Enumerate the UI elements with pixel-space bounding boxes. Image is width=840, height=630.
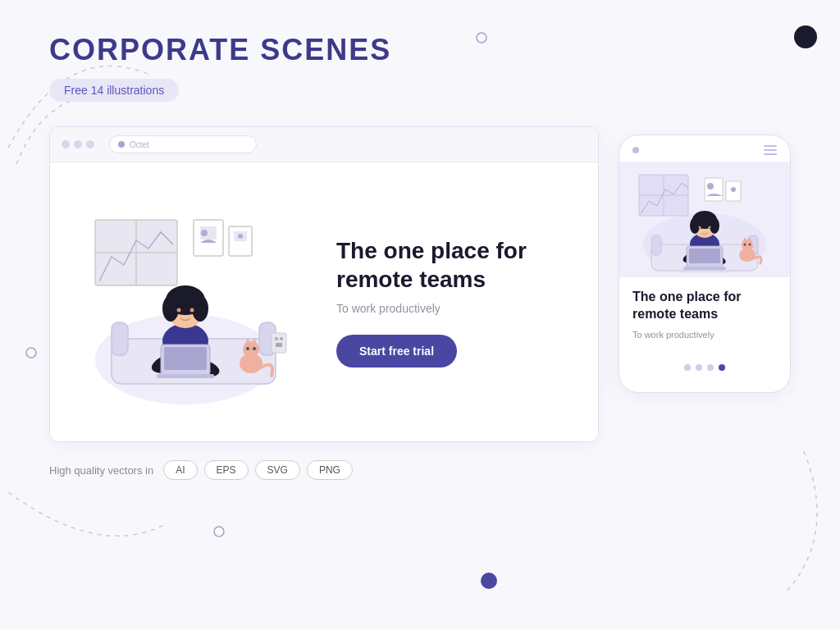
svg-rect-16	[112, 322, 128, 355]
svg-rect-44	[705, 178, 723, 201]
menu-line-3	[764, 153, 777, 155]
svg-point-54	[690, 217, 700, 234]
svg-rect-29	[157, 374, 214, 378]
svg-point-57	[709, 226, 711, 229]
page-title: CORPORATE SCENES	[49, 33, 791, 67]
svg-point-38	[280, 337, 283, 340]
svg-point-37	[275, 337, 278, 340]
svg-point-45	[707, 183, 714, 189]
browser-url-bar: Octet	[109, 135, 257, 153]
svg-rect-39	[276, 343, 282, 347]
mobile-dot-3[interactable]	[707, 364, 714, 371]
svg-point-22	[192, 295, 208, 322]
cta-button[interactable]: Start free trial	[336, 335, 457, 368]
format-eps: EPS	[204, 460, 249, 480]
svg-point-35	[253, 347, 256, 350]
desktop-tagline: The one place forremote teams	[336, 236, 573, 294]
svg-point-3	[481, 573, 497, 589]
menu-line-2	[764, 149, 777, 151]
svg-point-14	[238, 234, 243, 239]
browser-dot-3	[86, 140, 94, 148]
browser-bar: Octet	[50, 127, 598, 162]
mobile-dot-2[interactable]	[696, 364, 702, 371]
browser-dots	[62, 140, 94, 148]
svg-point-21	[162, 295, 179, 322]
svg-point-67	[744, 244, 746, 246]
svg-point-68	[749, 244, 751, 246]
svg-point-2	[214, 527, 224, 536]
desktop-illustration-area	[75, 195, 312, 409]
mobile-illustration-area	[619, 162, 790, 277]
mobile-person-illustration	[631, 167, 778, 273]
svg-rect-61	[689, 249, 720, 263]
svg-point-55	[710, 217, 719, 234]
mobile-text-area: The one place forremote teams To work pr…	[619, 277, 790, 359]
desktop-mockup: Octet	[49, 126, 599, 442]
format-png: PNG	[307, 460, 353, 480]
url-dot	[118, 141, 125, 148]
mobile-pagination-dots	[619, 359, 790, 376]
svg-rect-62	[683, 267, 726, 270]
svg-point-23	[176, 308, 180, 313]
format-ai: AI	[163, 460, 197, 480]
mobile-mockup: The one place forremote teams To work pr…	[619, 135, 791, 393]
mobile-dot-1[interactable]	[684, 364, 691, 371]
svg-rect-28	[164, 347, 207, 370]
desktop-text-area: The one place forremote teams To work pr…	[328, 236, 573, 368]
free-illustrations-badge: Free 14 illustrations	[49, 79, 179, 102]
quality-text: High quality vectors in	[49, 464, 153, 477]
svg-rect-49	[651, 235, 661, 255]
svg-point-11	[201, 230, 208, 236]
mockups-row: Octet	[49, 126, 791, 442]
browser-dot-1	[62, 140, 70, 148]
svg-point-47	[731, 187, 736, 192]
browser-content: The one place forremote teams To work pr…	[50, 162, 598, 441]
browser-dot-2	[74, 140, 82, 148]
mobile-status-bar	[619, 135, 790, 162]
svg-point-24	[189, 308, 194, 313]
menu-line-1	[764, 145, 777, 147]
bottom-section: High quality vectors in AI EPS SVG PNG	[49, 460, 791, 480]
format-svg: SVG	[255, 460, 300, 480]
mobile-dot-4[interactable]	[719, 364, 725, 371]
svg-point-34	[246, 347, 249, 350]
svg-point-56	[699, 226, 701, 229]
url-text: Octet	[130, 140, 149, 149]
mobile-hamburger-icon[interactable]	[764, 145, 777, 155]
desktop-sub-tagline: To work productively	[336, 302, 573, 315]
person-couch-illustration	[79, 195, 308, 409]
mobile-status-dot	[632, 147, 639, 153]
mobile-tagline: The one place forremote teams	[632, 289, 777, 323]
format-badges: AI EPS SVG PNG	[163, 460, 353, 480]
mobile-sub-tagline: To work productively	[632, 330, 777, 340]
